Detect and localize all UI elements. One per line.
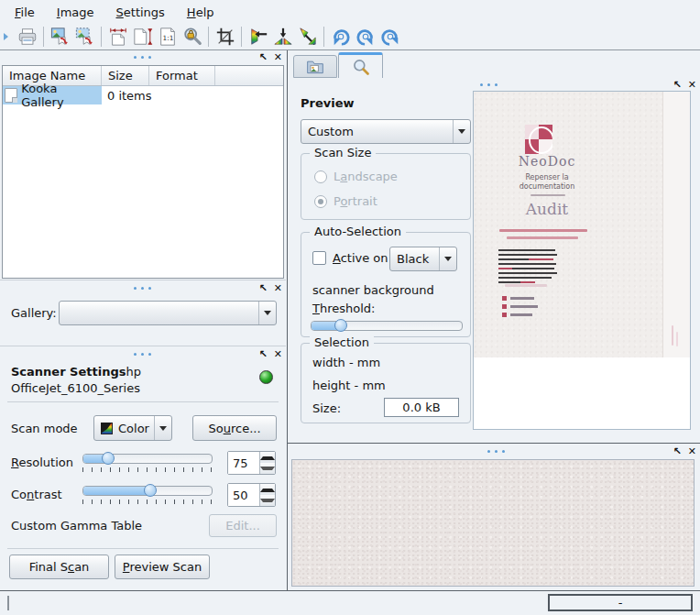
toolbar-handle[interactable] bbox=[4, 33, 12, 40]
table-row[interactable]: Kooka Gallery 0 items bbox=[3, 86, 283, 104]
dock-float-icon[interactable] bbox=[259, 52, 268, 63]
section-divider bbox=[7, 401, 279, 402]
portrait-radio-row[interactable]: Portrait bbox=[314, 194, 377, 208]
preview-scan-button[interactable]: Preview Scan bbox=[115, 555, 210, 579]
menu-settings[interactable]: Settings bbox=[105, 2, 176, 23]
dock-handle-dots[interactable] bbox=[487, 450, 505, 453]
neodoc-brand-text: NeoDoc bbox=[497, 154, 597, 169]
menu-help[interactable]: Help bbox=[176, 2, 225, 23]
mirror-both-icon[interactable] bbox=[295, 25, 320, 49]
printer-icon[interactable] bbox=[15, 25, 39, 49]
mirror-vertical-icon[interactable] bbox=[246, 25, 270, 49]
gallery-combo-label: Gallery: bbox=[11, 306, 57, 320]
color-mode-icon bbox=[101, 423, 113, 434]
chevron-down-icon bbox=[453, 120, 470, 143]
dock-handle-dots[interactable] bbox=[134, 56, 151, 59]
rotate-180-icon[interactable] bbox=[377, 25, 402, 49]
main-splitter[interactable] bbox=[287, 50, 288, 590]
scale-to-height-icon[interactable] bbox=[130, 25, 155, 49]
dock-handle-dots[interactable] bbox=[480, 83, 498, 86]
threshold-label: Threshold: bbox=[312, 302, 375, 315]
rotate-counterclockwise-icon[interactable] bbox=[353, 25, 377, 49]
dock-close-icon[interactable] bbox=[274, 283, 282, 294]
menu-file[interactable]: File bbox=[4, 2, 46, 23]
dock-close-icon[interactable] bbox=[274, 349, 282, 360]
contrast-slider[interactable] bbox=[82, 486, 213, 504]
gallery-combo[interactable] bbox=[59, 301, 277, 325]
zoom-lock-icon[interactable] bbox=[180, 25, 204, 49]
original-size-icon[interactable]: 1:1 bbox=[155, 25, 180, 49]
threshold-slider[interactable] bbox=[311, 321, 463, 331]
dock-close-icon[interactable] bbox=[274, 52, 282, 63]
spin-down-icon[interactable] bbox=[260, 495, 275, 506]
dock-close-icon[interactable] bbox=[688, 80, 696, 91]
active-on-checkbox[interactable] bbox=[312, 251, 326, 265]
magnifier-icon bbox=[352, 58, 370, 76]
resolution-slider[interactable] bbox=[82, 454, 213, 472]
dock-float-icon[interactable] bbox=[673, 446, 682, 457]
dock-float-icon[interactable] bbox=[673, 80, 682, 91]
menu-image[interactable]: Image bbox=[46, 2, 105, 23]
auto-selection-group: Auto-Selection Active on Black scanner b… bbox=[301, 232, 471, 337]
scan-texture-preview bbox=[291, 459, 695, 587]
landscape-radio[interactable] bbox=[314, 170, 327, 183]
insert-image-selection-icon[interactable] bbox=[72, 25, 97, 49]
tab-gallery[interactable] bbox=[293, 55, 337, 78]
landscape-radio-row[interactable]: Landscape bbox=[314, 170, 398, 183]
resolution-value[interactable]: 75 bbox=[228, 452, 259, 474]
spin-down-icon[interactable] bbox=[260, 463, 275, 474]
contrast-value[interactable]: 50 bbox=[228, 484, 259, 506]
scan-mode-combo[interactable]: Color bbox=[93, 415, 172, 441]
right-splitter[interactable] bbox=[288, 443, 700, 444]
dock-handle-dots[interactable] bbox=[134, 287, 151, 290]
statusbar-grip bbox=[7, 596, 9, 610]
rotate-clockwise-icon[interactable] bbox=[328, 25, 353, 49]
scan-mode-label: Scan mode bbox=[11, 422, 78, 435]
contrast-label: Contrast bbox=[11, 488, 62, 501]
dock-float-icon[interactable] bbox=[259, 349, 268, 360]
preview-size-value: Custom bbox=[308, 125, 354, 138]
auto-selection-color-combo[interactable]: Black bbox=[389, 247, 457, 271]
portrait-radio[interactable] bbox=[314, 195, 327, 208]
dock-float-icon[interactable] bbox=[259, 283, 268, 294]
slider-handle[interactable] bbox=[144, 484, 157, 497]
source-button[interactable]: Source... bbox=[192, 415, 277, 441]
resolution-spinbox[interactable]: 75 bbox=[227, 451, 276, 475]
folder-icon bbox=[5, 88, 17, 103]
toolbar: 1:1 bbox=[0, 24, 700, 50]
slider-handle[interactable] bbox=[334, 319, 347, 332]
selection-size-label: Size: bbox=[312, 401, 341, 415]
gallery-item-name: Kooka Gallery bbox=[21, 82, 99, 109]
scanner-status-led bbox=[259, 370, 273, 384]
slider-ticks bbox=[82, 500, 213, 504]
gallery-dock-header bbox=[0, 52, 286, 63]
gallery-tree[interactable]: Image Name Size Format Kooka Gallery 0 i… bbox=[2, 65, 284, 279]
edit-gamma-button[interactable]: Edit... bbox=[209, 514, 277, 537]
scale-to-width-icon[interactable] bbox=[105, 25, 130, 49]
crop-icon[interactable] bbox=[213, 25, 237, 49]
slider-handle[interactable] bbox=[102, 452, 115, 465]
active-on-row[interactable]: Active on bbox=[312, 251, 388, 265]
selection-width-text: width - mm bbox=[312, 356, 380, 369]
auto-selection-color-value: Black bbox=[397, 252, 429, 266]
column-size[interactable]: Size bbox=[102, 66, 149, 85]
column-format[interactable]: Format bbox=[149, 66, 215, 85]
spin-up-icon[interactable] bbox=[260, 484, 275, 495]
preview-size-combo[interactable]: Custom bbox=[301, 119, 471, 144]
insert-image-icon[interactable] bbox=[48, 25, 72, 49]
resolution-label: Resolution bbox=[11, 456, 73, 469]
mirror-horizontal-icon[interactable] bbox=[270, 25, 295, 49]
dock-close-icon[interactable] bbox=[688, 446, 696, 457]
toolbar-separator bbox=[323, 27, 324, 47]
scanned-page-image: NeoDoc Repenser la documentation Audit bbox=[474, 92, 690, 357]
toolbar-separator bbox=[241, 27, 242, 47]
section-divider bbox=[7, 548, 279, 549]
tab-scan-preview[interactable] bbox=[338, 52, 383, 78]
contrast-spinbox[interactable]: 50 bbox=[227, 483, 276, 507]
spin-up-icon[interactable] bbox=[260, 452, 275, 463]
final-scan-button[interactable]: Final Scan bbox=[9, 555, 109, 579]
gallery-root-item[interactable]: Kooka Gallery bbox=[3, 86, 102, 104]
dock-handle-dots[interactable] bbox=[134, 353, 151, 356]
preview-image-viewport[interactable]: NeoDoc Repenser la documentation Audit bbox=[473, 91, 691, 430]
dock-separator bbox=[0, 346, 286, 346]
